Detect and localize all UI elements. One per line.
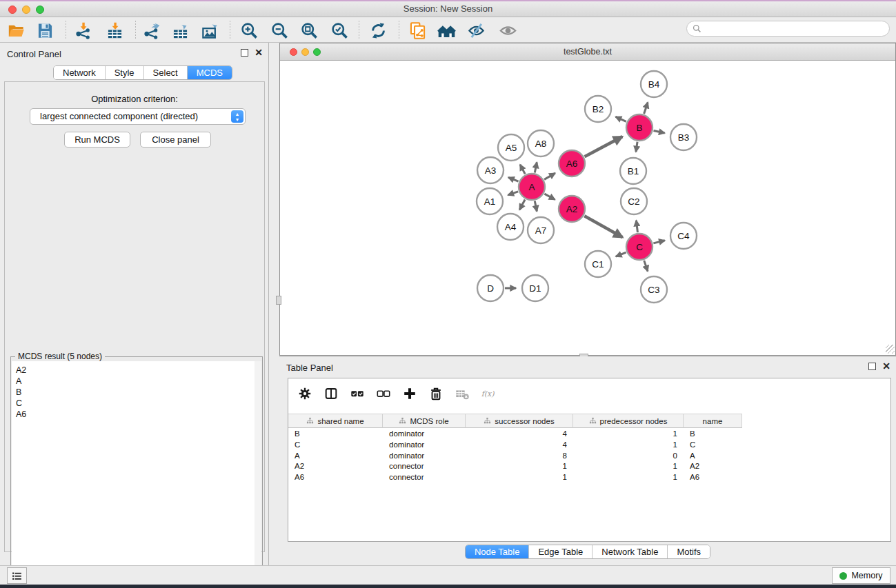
node-A7[interactable]: A7: [528, 217, 554, 243]
node-A5[interactable]: A5: [498, 134, 524, 161]
float-panel-icon[interactable]: [241, 49, 248, 57]
edge-C-C4[interactable]: [653, 241, 664, 243]
edge-A-A5[interactable]: [520, 165, 525, 174]
node-B3[interactable]: B3: [670, 124, 697, 150]
node-B[interactable]: B: [626, 114, 653, 141]
create-column-icon[interactable]: [401, 385, 418, 402]
close-panel-button[interactable]: Close panel: [140, 132, 211, 148]
import-network-icon[interactable]: [72, 20, 93, 41]
toolbar-search-box[interactable]: [686, 21, 890, 37]
node-B1[interactable]: B1: [620, 158, 646, 184]
function-builder-icon[interactable]: f(x): [480, 385, 497, 402]
tab-edge-table[interactable]: Edge Table: [529, 545, 593, 558]
float-table-panel-icon[interactable]: [868, 363, 876, 370]
column-header-MCDS-role[interactable]: MCDS role: [383, 414, 466, 428]
search-input[interactable]: [701, 24, 884, 34]
network-canvas[interactable]: AA1A2A3A4A5A6A7A8BB1B2B3B4CC1C2C3C4DD1: [280, 61, 895, 355]
node-A2[interactable]: A2: [559, 196, 585, 222]
show-all-icon[interactable]: [497, 20, 518, 41]
node-C[interactable]: C: [626, 234, 653, 260]
node-A4[interactable]: A4: [497, 214, 524, 240]
table-row[interactable]: Adominator80A: [288, 451, 890, 462]
node-B2[interactable]: B2: [585, 96, 611, 122]
run-mcds-button[interactable]: Run MCDS: [64, 132, 130, 148]
edge-A-A3[interactable]: [508, 177, 519, 181]
close-panel-icon[interactable]: ✕: [255, 49, 263, 57]
close-table-panel-icon[interactable]: ✕: [882, 363, 890, 370]
column-header-predecessor-nodes[interactable]: predecessor nodes: [573, 414, 684, 428]
zoom-fit-icon[interactable]: [299, 20, 319, 41]
node-D1[interactable]: D1: [522, 275, 548, 301]
tab-mcds[interactable]: MCDS: [188, 66, 232, 79]
first-neighbors-icon[interactable]: [436, 20, 457, 41]
tab-style[interactable]: Style: [106, 66, 144, 79]
result-item[interactable]: A: [16, 376, 255, 387]
apply-layout-icon[interactable]: [368, 20, 388, 41]
table-row[interactable]: Bdominator41B: [288, 429, 890, 440]
criterion-select[interactable]: largest connected component (directed) ▲…: [30, 108, 246, 125]
edge-B-B2[interactable]: [616, 116, 626, 121]
node-C3[interactable]: C3: [641, 276, 667, 303]
zoom-in-icon[interactable]: [239, 20, 259, 41]
result-list-scrollbar[interactable]: [255, 361, 261, 588]
mcds-result-list[interactable]: A2ABCA6: [12, 361, 256, 588]
memory-button[interactable]: Memory: [832, 567, 890, 584]
close-window-button[interactable]: [8, 6, 17, 14]
delete-table-icon[interactable]: [454, 385, 470, 402]
export-image-icon[interactable]: [199, 20, 220, 41]
select-all-icon[interactable]: [349, 385, 366, 402]
edge-A-A7[interactable]: [535, 201, 537, 212]
column-header-successor-nodes[interactable]: successor nodes: [466, 414, 573, 428]
edge-B-B1[interactable]: [636, 142, 637, 152]
edge-C-C1[interactable]: [616, 252, 626, 256]
close-network-button[interactable]: [290, 48, 297, 56]
tab-network[interactable]: Network: [54, 66, 106, 79]
export-table-icon[interactable]: [170, 20, 190, 41]
minimize-network-button[interactable]: [301, 48, 309, 56]
result-item[interactable]: C: [16, 398, 255, 409]
node-A3[interactable]: A3: [477, 157, 504, 183]
column-visibility-icon[interactable]: [323, 385, 339, 402]
result-item[interactable]: A2: [16, 365, 255, 376]
tab-motifs[interactable]: Motifs: [668, 545, 710, 558]
maximize-network-button[interactable]: [313, 48, 321, 56]
zoom-out-icon[interactable]: [269, 20, 290, 41]
export-network-icon[interactable]: [141, 20, 161, 41]
node-A6[interactable]: A6: [559, 150, 585, 176]
tab-node-table[interactable]: Node Table: [466, 545, 530, 558]
edge-A2-C[interactable]: [584, 216, 622, 237]
node-D[interactable]: D: [477, 275, 504, 301]
tab-network-table[interactable]: Network Table: [593, 545, 668, 558]
table-row[interactable]: A2connector11A2: [288, 461, 890, 472]
open-session-icon[interactable]: [6, 20, 26, 41]
edge-A-A6[interactable]: [544, 173, 555, 179]
table-row[interactable]: Cdominator41C: [288, 440, 890, 451]
delete-column-icon[interactable]: [428, 385, 444, 402]
maximize-window-button[interactable]: [36, 6, 44, 14]
new-network-from-selection-icon[interactable]: [407, 20, 428, 41]
save-session-icon[interactable]: [34, 20, 55, 41]
node-A1[interactable]: A1: [477, 188, 503, 214]
hide-selected-icon[interactable]: [466, 20, 486, 41]
edge-B-B3[interactable]: [654, 130, 665, 133]
task-history-button[interactable]: [7, 567, 27, 584]
node-A8[interactable]: A8: [528, 130, 554, 156]
edge-A-A8[interactable]: [535, 162, 537, 172]
column-header-shared-name[interactable]: shared name: [288, 414, 383, 428]
result-item[interactable]: A6: [16, 409, 255, 420]
edge-B-B4[interactable]: [644, 103, 648, 114]
table-settings-icon[interactable]: [297, 385, 313, 402]
edge-C-C2[interactable]: [636, 221, 637, 232]
node-A[interactable]: A: [519, 174, 545, 200]
table-row[interactable]: A6connector11A6: [288, 472, 890, 483]
node-B4[interactable]: B4: [641, 71, 667, 97]
result-item[interactable]: B: [16, 387, 255, 398]
vertical-splitter-grip[interactable]: [276, 296, 281, 305]
window-resize-grip[interactable]: [886, 345, 895, 354]
node-C1[interactable]: C1: [585, 251, 611, 277]
minimize-window-button[interactable]: [22, 6, 30, 14]
edge-A-A4[interactable]: [519, 200, 525, 210]
tab-select[interactable]: Select: [144, 66, 188, 79]
zoom-selected-icon[interactable]: [329, 20, 350, 41]
edge-A-A2[interactable]: [544, 194, 555, 199]
